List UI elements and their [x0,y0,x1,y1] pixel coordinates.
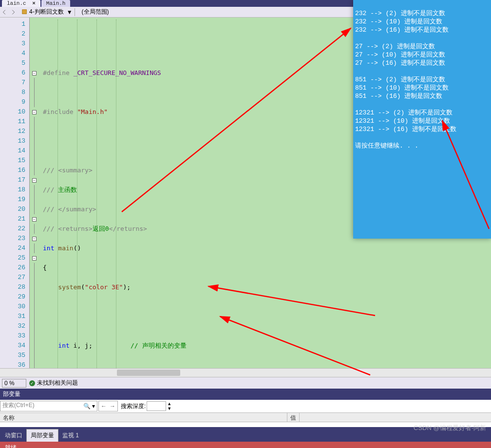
prev-icon[interactable]: ← [101,403,107,410]
check-icon: ✓ [29,380,35,386]
line-gutter: 1234567891011121314151617181920212223242… [0,18,29,368]
next-icon[interactable]: → [110,403,115,410]
file-tab-main-c[interactable]: lain.c × [2,0,40,7]
search-placeholder: 搜索(Ctrl+E) [2,402,35,409]
search-depth: 搜索深度: ▲▼ [121,401,171,411]
tab-label: lain.c [7,0,26,6]
tab-label: Main.h [46,0,66,6]
nav-back-icon[interactable] [1,9,8,16]
tab-locals[interactable]: 局部变量 [26,429,58,442]
locals-panel: 部变量 搜索(Ctrl+E) 🔍 ▾ ← → 搜索深度: ▲▼ 名称 值 [0,389,491,427]
tab-watch[interactable]: 监视 1 [58,429,83,442]
col-value[interactable]: 值 [287,413,300,422]
file-selector[interactable]: 4-判断回文数 [20,8,64,16]
fold-toggle[interactable]: − [32,178,37,183]
scope-selector[interactable]: (全局范围) [77,8,114,16]
fold-toggle[interactable]: − [32,256,37,261]
nav-fwd-icon[interactable] [10,9,17,16]
spinner-icon[interactable]: ▲▼ [167,401,171,411]
separator [75,8,75,16]
fold-toggle[interactable]: − [32,237,37,241]
search-input[interactable]: 搜索(Ctrl+E) 🔍 ▾ [0,401,97,411]
chevron-down-icon[interactable]: ▼ [67,9,73,16]
close-icon[interactable]: × [32,0,36,6]
fold-toggle[interactable]: − [32,71,37,75]
fold-toggle[interactable]: − [32,217,37,222]
status-text: 就绪 [5,444,17,448]
class-icon [21,9,28,16]
status-bar: 就绪 [0,442,491,448]
tab-auto[interactable]: 动窗口 [1,429,26,442]
file-selector-label: 4-判断回文数 [29,8,64,16]
error-message: 未找到相关问题 [37,379,78,387]
scroll-thumb[interactable] [117,370,180,376]
fold-column: − − − − − − [29,18,39,368]
horizontal-scrollbar[interactable] [0,368,491,377]
error-bar: 0 % ✓ 未找到相关问题 [0,377,491,389]
depth-label: 搜索深度: [121,402,146,411]
search-icon[interactable]: 🔍 ▾ [83,403,95,410]
fold-toggle[interactable]: − [32,110,37,114]
locals-columns: 名称 值 [0,412,491,422]
file-tab-main-h[interactable]: Main.h [41,0,71,7]
col-name[interactable]: 名称 [0,413,287,422]
console-output: 232 --> (2) 进制不是回文数 232 --> (10) 进制是回文数 … [353,0,491,239]
zoom-level[interactable]: 0 % [2,379,26,388]
nav-arrows[interactable]: ← → [98,401,118,411]
depth-input[interactable] [147,401,166,411]
svg-rect-0 [22,9,27,14]
panel-title: 部变量 [0,389,491,400]
watermark: CSDN @编程爱好者-阿新 [414,424,486,432]
